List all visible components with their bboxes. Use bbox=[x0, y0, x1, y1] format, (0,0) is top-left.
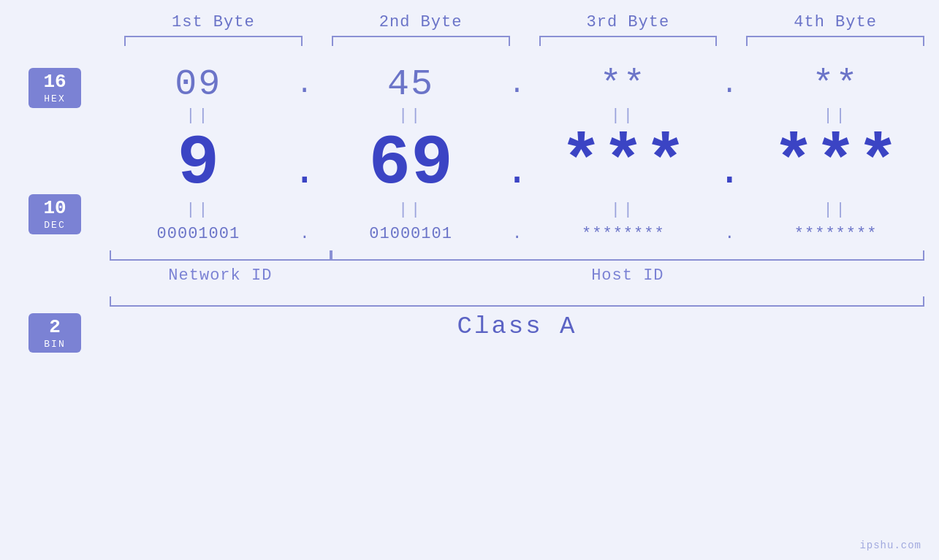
dec-sep-3: . bbox=[712, 151, 747, 199]
bin-sep-1: . bbox=[287, 225, 322, 243]
network-id-label: Network ID bbox=[110, 266, 331, 285]
hex-val-2: 45 bbox=[322, 64, 500, 105]
dec-val-3: *** bbox=[535, 129, 712, 199]
dec-val-4: *** bbox=[747, 129, 924, 199]
bin-val-2: 01000101 bbox=[322, 225, 500, 243]
bracket-4 bbox=[746, 36, 924, 46]
bin-val-3: ******** bbox=[535, 225, 712, 243]
hex-val-3: ** bbox=[535, 64, 712, 105]
byte-labels-row: 1st Byte 2nd Byte 3rd Byte 4th Byte bbox=[0, 13, 939, 31]
equals-row-1: || || || || bbox=[110, 107, 924, 125]
bin-row: 00001001 . 01000101 . ******** . *******… bbox=[110, 225, 924, 243]
top-brackets bbox=[0, 36, 939, 46]
dec-sep-1: . bbox=[287, 151, 322, 199]
bin-val-1: 00001001 bbox=[110, 225, 287, 243]
eq-2-3: || bbox=[535, 201, 712, 219]
hex-row: 09 . 45 . ** . ** bbox=[110, 64, 924, 105]
eq-1-3: || bbox=[535, 107, 712, 125]
dec-badge: 10 DEC bbox=[28, 194, 81, 234]
eq-2-4: || bbox=[747, 201, 924, 219]
host-id-bracket bbox=[331, 250, 924, 261]
bin-val-4: ******** bbox=[747, 225, 924, 243]
dec-sep-2: . bbox=[500, 151, 535, 199]
class-label: Class A bbox=[110, 312, 924, 340]
hex-badge: 16 HEX bbox=[28, 68, 81, 108]
bottom-brackets bbox=[110, 250, 924, 261]
hex-val-1: 09 bbox=[110, 64, 287, 105]
bin-sep-2: . bbox=[500, 225, 535, 243]
class-bracket bbox=[110, 296, 924, 307]
dec-val-1: 9 bbox=[110, 129, 287, 199]
byte-label-1: 1st Byte bbox=[110, 13, 317, 31]
id-labels: Network ID Host ID bbox=[110, 266, 924, 285]
eq-2-2: || bbox=[322, 201, 500, 219]
values-area: 09 . 45 . ** . ** || || || || 9 . bbox=[110, 53, 939, 560]
eq-1-1: || bbox=[110, 107, 287, 125]
equals-row-2: || || || || bbox=[110, 201, 924, 219]
eq-1-4: || bbox=[747, 107, 924, 125]
main-container: 1st Byte 2nd Byte 3rd Byte 4th Byte 16 H… bbox=[0, 0, 939, 560]
network-id-bracket bbox=[110, 250, 331, 261]
hex-sep-2: . bbox=[500, 69, 535, 100]
bin-sep-3: . bbox=[712, 225, 747, 243]
bin-badge: 2 BIN bbox=[28, 313, 81, 353]
base-badges: 16 HEX 10 DEC 2 BIN bbox=[0, 53, 110, 560]
byte-label-4: 4th Byte bbox=[731, 13, 939, 31]
hex-val-4: ** bbox=[747, 64, 924, 105]
eq-1-2: || bbox=[322, 107, 500, 125]
eq-2-1: || bbox=[110, 201, 287, 219]
dec-row: 9 . 69 . *** . *** bbox=[110, 129, 924, 199]
bracket-2 bbox=[332, 36, 510, 46]
bracket-1 bbox=[124, 36, 303, 46]
byte-label-3: 3rd Byte bbox=[525, 13, 732, 31]
hex-sep-3: . bbox=[712, 69, 747, 100]
host-id-label: Host ID bbox=[331, 266, 924, 285]
dec-val-2: 69 bbox=[322, 129, 500, 199]
byte-label-2: 2nd Byte bbox=[317, 13, 525, 31]
hex-sep-1: . bbox=[287, 69, 322, 100]
watermark: ipshu.com bbox=[859, 540, 921, 551]
bracket-3 bbox=[539, 36, 718, 46]
